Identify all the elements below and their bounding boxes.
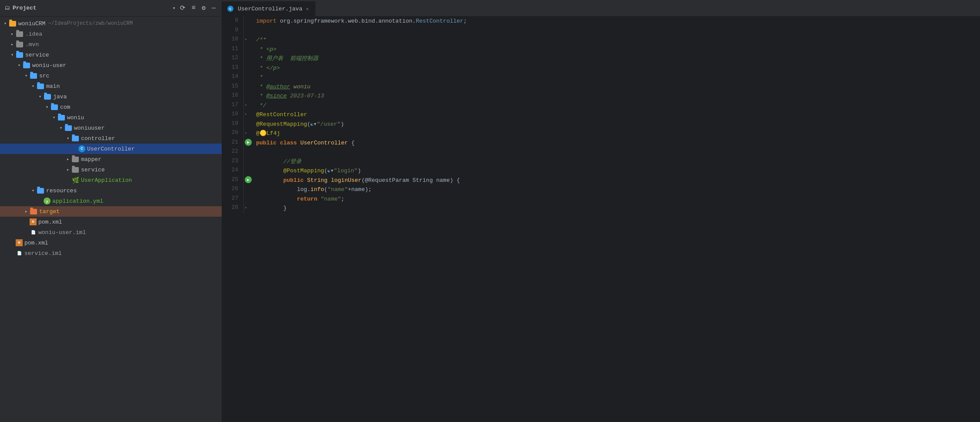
editor-content[interactable]: 8 import org.springframework.web.bind.an… bbox=[222, 17, 980, 422]
sidebar-header: 🗂 Project ▾ ⟳ ≡ ⚙ — bbox=[0, 0, 222, 17]
tree-item-woniuuser[interactable]: woniuuser bbox=[0, 123, 222, 133]
line-content-20: @🟡Lf4j bbox=[253, 129, 980, 138]
fold-10[interactable]: ▸ bbox=[245, 37, 247, 42]
file-icon-yaml: y bbox=[44, 198, 51, 204]
sync-icon[interactable]: ⟳ bbox=[178, 3, 187, 13]
gutter-27 bbox=[244, 194, 253, 204]
folder-icon-target bbox=[30, 208, 37, 215]
project-icon: 🗂 bbox=[4, 5, 10, 11]
fold-28[interactable]: ▸ bbox=[245, 205, 247, 210]
fold-20[interactable]: ▸ bbox=[245, 131, 247, 135]
label-mvn: .mvn bbox=[25, 41, 39, 48]
label-src: src bbox=[39, 73, 49, 79]
gutter-25: ▶ bbox=[244, 176, 253, 185]
label-service-iml: service.iml bbox=[24, 250, 62, 257]
tree-item-UserApplication[interactable]: 🌿 UserApplication bbox=[0, 175, 222, 185]
tree-item-controller[interactable]: controller bbox=[0, 133, 222, 144]
line-content-25: public String loginUser(@RequestParam St… bbox=[253, 176, 980, 185]
line-content-10: /** bbox=[253, 35, 980, 45]
collapse-icon[interactable]: ≡ bbox=[190, 3, 197, 13]
arrow-woniu bbox=[51, 115, 57, 120]
arrow-mvn bbox=[9, 42, 16, 47]
run-icon-21[interactable]: ▶ bbox=[245, 139, 252, 146]
run-icon-25[interactable]: ▶ bbox=[245, 176, 252, 183]
tree-item-service[interactable]: service bbox=[0, 50, 222, 60]
tab-label: UserController.java bbox=[238, 6, 302, 12]
line-num-17: 17 bbox=[222, 101, 244, 111]
tree-item-main[interactable]: main bbox=[0, 81, 222, 91]
gutter-9 bbox=[244, 26, 253, 36]
tree-item-java[interactable]: java bbox=[0, 91, 222, 102]
line-content-15: * @author woniu bbox=[253, 82, 980, 92]
arrow-woniuuser bbox=[57, 125, 64, 131]
tree-item-idea[interactable]: .idea bbox=[0, 29, 222, 39]
tree-item-pom2-xml[interactable]: m pom.xml bbox=[0, 238, 222, 248]
spring-icon-UserApplication: 🌿 bbox=[71, 176, 79, 184]
sidebar-title: Project bbox=[13, 5, 170, 11]
code-line-15: 15 * @author woniu bbox=[222, 82, 980, 92]
line-num-21: 21 bbox=[222, 138, 244, 148]
line-num-16: 16 bbox=[222, 91, 244, 101]
line-content-9 bbox=[253, 26, 980, 36]
line-num-22: 22 bbox=[222, 147, 244, 157]
arrow-target bbox=[23, 209, 30, 214]
line-num-27: 27 bbox=[222, 194, 244, 204]
sidebar-dropdown-icon[interactable]: ▾ bbox=[172, 5, 176, 11]
gutter-17: ▸ bbox=[244, 101, 253, 111]
editor-panel: C UserController.java ✕ 8 import org.spr… bbox=[222, 0, 980, 422]
arrow-service2 bbox=[64, 167, 71, 172]
tree-item-UserController[interactable]: C UserController bbox=[0, 144, 222, 154]
code-lines: 8 import org.springframework.web.bind.an… bbox=[222, 17, 980, 213]
tab-close-button[interactable]: ✕ bbox=[305, 6, 310, 12]
tree-item-woniu-user-iml[interactable]: 📄 woniu-user.iml bbox=[0, 227, 222, 238]
tree-item-service-iml[interactable]: 📄 service.iml bbox=[0, 248, 222, 258]
gutter-24 bbox=[244, 166, 253, 176]
arrow-java bbox=[37, 94, 44, 99]
arrow-idea bbox=[9, 31, 16, 37]
tree-item-resources[interactable]: resources bbox=[0, 185, 222, 196]
arrow-src bbox=[23, 73, 30, 78]
label-UserController: UserController bbox=[87, 146, 135, 152]
tree-item-woniuCRM[interactable]: woniuCRM ~/IdeaProjects/zwb/woniuCRM bbox=[0, 18, 222, 29]
code-line-13: 13 * </p> bbox=[222, 64, 980, 73]
tab-UserController[interactable]: C UserController.java ✕ bbox=[222, 1, 315, 16]
folder-icon-mapper bbox=[71, 155, 79, 163]
label-resources: resources bbox=[46, 188, 77, 194]
fold-17[interactable]: ▸ bbox=[245, 103, 247, 107]
label-service: service bbox=[25, 52, 49, 58]
gutter-16 bbox=[244, 91, 253, 101]
tree-item-com[interactable]: com bbox=[0, 102, 222, 112]
label-service2: service bbox=[81, 167, 105, 173]
folder-icon-java bbox=[44, 93, 51, 100]
tree-item-mvn[interactable]: .mvn bbox=[0, 39, 222, 50]
label-java: java bbox=[53, 94, 67, 100]
line-content-16: * @since 2023-07-13 bbox=[253, 91, 980, 101]
tree-item-woniu-user[interactable]: woniu-user bbox=[0, 60, 222, 70]
line-content-27: return "name"; bbox=[253, 194, 980, 204]
line-content-24: @PostMapping(☯▾"login") bbox=[253, 166, 980, 176]
line-content-19: @RequestMapping(☯▾"/user") bbox=[253, 120, 980, 129]
settings-icon[interactable]: ⚙ bbox=[200, 3, 207, 13]
line-num-24: 24 bbox=[222, 166, 244, 176]
gutter-13 bbox=[244, 64, 253, 73]
tree-item-woniu[interactable]: woniu bbox=[0, 112, 222, 123]
folder-icon-woniu bbox=[57, 114, 65, 121]
minimize-icon[interactable]: — bbox=[210, 3, 217, 13]
gutter-26 bbox=[244, 185, 253, 194]
label-mapper: mapper bbox=[81, 156, 101, 163]
folder-icon-service2 bbox=[71, 166, 79, 174]
file-icon-service-iml: 📄 bbox=[16, 250, 23, 257]
fold-18[interactable]: ▸ bbox=[245, 112, 247, 117]
label-application-yml: application.yml bbox=[52, 198, 103, 204]
folder-icon-woniu-user bbox=[23, 61, 30, 69]
label-pom-xml: pom.xml bbox=[38, 219, 62, 225]
code-line-9: 9 bbox=[222, 26, 980, 36]
tree-item-target[interactable]: target bbox=[0, 206, 222, 217]
tree-item-pom-xml[interactable]: m pom.xml bbox=[0, 217, 222, 227]
tree-item-service2[interactable]: service bbox=[0, 164, 222, 175]
tree-item-src[interactable]: src bbox=[0, 70, 222, 81]
path-woniuCRM: ~/IdeaProjects/zwb/woniuCRM bbox=[48, 20, 132, 27]
tree-item-application-yml[interactable]: y application.yml bbox=[0, 196, 222, 206]
tree-item-mapper[interactable]: mapper bbox=[0, 154, 222, 164]
code-line-26: 26 log.info("name"+name); bbox=[222, 185, 980, 194]
